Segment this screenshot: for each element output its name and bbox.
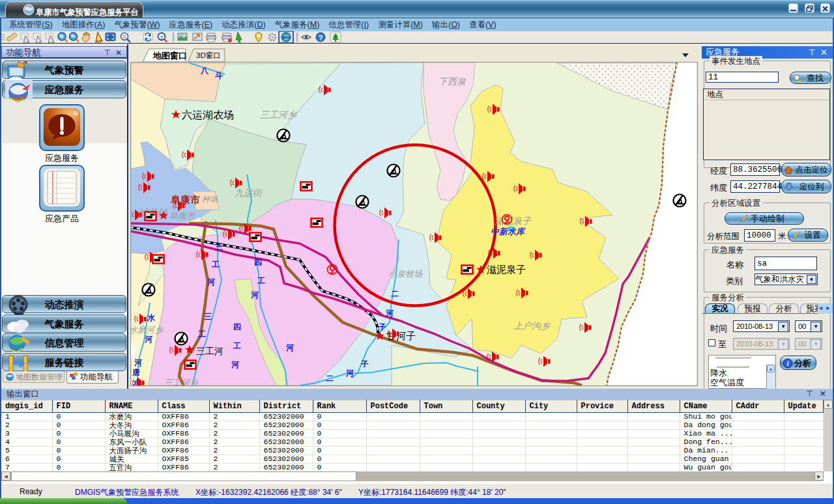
svg-text:三: 三 <box>215 242 223 251</box>
svg-text:工: 工 <box>197 329 206 339</box>
svg-text:滋泥泉子: 滋泥泉子 <box>487 264 526 275</box>
svg-text:河: 河 <box>386 309 394 318</box>
svg-text:二: 二 <box>326 374 334 383</box>
svg-text:三工河乡: 三工河乡 <box>260 109 297 120</box>
svg-text:滋泥泉子: 滋泥泉子 <box>495 216 532 226</box>
svg-text:下西泉: 下西泉 <box>439 76 466 87</box>
svg-text:斗: 斗 <box>215 71 223 80</box>
svg-text:河: 河 <box>251 290 259 300</box>
svg-text:小泉牧场: 小泉牧场 <box>388 269 423 279</box>
svg-text:三工河乡: 三工河乡 <box>164 378 199 385</box>
svg-text:九运街: 九运街 <box>235 188 263 198</box>
svg-text:工: 工 <box>211 260 220 269</box>
svg-text:种场: 种场 <box>202 195 218 204</box>
svg-text:子: 子 <box>360 359 369 369</box>
svg-text:工: 工 <box>257 276 265 285</box>
svg-text:二: 二 <box>391 289 399 298</box>
svg-text:河: 河 <box>286 343 294 352</box>
svg-text:四: 四 <box>254 258 262 267</box>
svg-text:?: ? <box>160 35 164 40</box>
svg-text:地图窗口: 地图窗口 <box>152 51 187 61</box>
svg-text:八: 八 <box>200 66 209 75</box>
svg-text:3D窗口: 3D窗口 <box>196 51 221 59</box>
svg-text:河: 河 <box>231 360 239 369</box>
svg-text:六运湖农场: 六运湖农场 <box>182 109 234 120</box>
svg-text:阜康市: 阜康市 <box>169 211 196 221</box>
svg-text:四: 四 <box>233 322 241 331</box>
svg-text:河: 河 <box>346 369 354 378</box>
svg-text:阜康市: 阜康市 <box>170 194 200 205</box>
svg-text:中新水库: 中新水库 <box>491 227 526 236</box>
svg-text:水: 水 <box>147 313 156 322</box>
svg-text:子: 子 <box>378 322 386 331</box>
svg-text:河: 河 <box>207 277 215 287</box>
svg-text:河: 河 <box>134 358 142 367</box>
svg-text:水磨河乡: 水磨河乡 <box>131 325 164 335</box>
svg-text:三工河: 三工河 <box>196 346 223 356</box>
svg-text:上户沟乡: 上户沟乡 <box>513 320 551 331</box>
svg-text:?: ? <box>319 34 323 42</box>
svg-text:工: 工 <box>233 341 241 350</box>
svg-text:河: 河 <box>145 335 152 344</box>
svg-text:三: 三 <box>204 312 212 321</box>
svg-text:唐: 唐 <box>132 368 140 377</box>
